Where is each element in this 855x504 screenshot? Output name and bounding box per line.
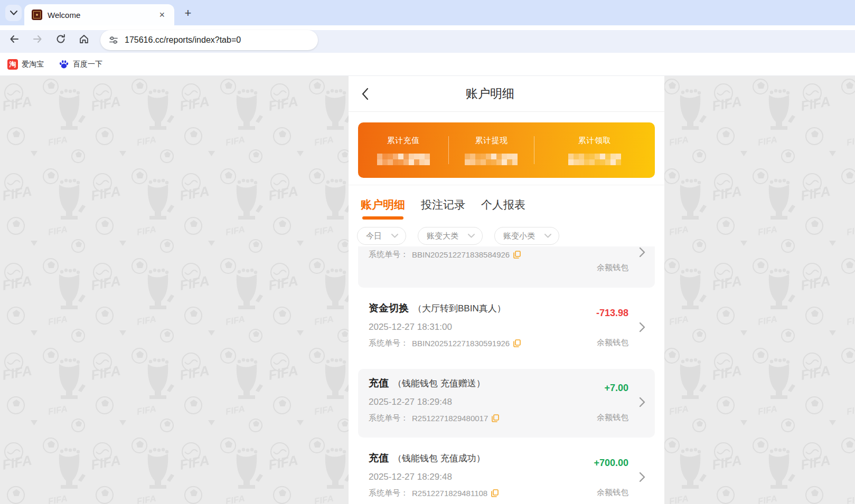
system-order-label: 系统单号： — [369, 338, 408, 348]
report-tabs: 账户明细 投注记录 个人报表 — [361, 193, 525, 216]
url-bar[interactable]: 175616.cc/reports/index?tab=0 — [100, 30, 318, 50]
row-detail-button[interactable] — [639, 322, 645, 335]
stat-total-withdraw: 累计提现 — [449, 122, 533, 178]
taobao-icon: 淘 — [7, 59, 18, 70]
chevron-down-icon — [10, 11, 17, 15]
transaction-amount: +7.00 — [604, 383, 628, 394]
totals-card: 累计充值 累计提现 累计领取 — [358, 122, 655, 178]
transaction-list: 2025-12-27 18:39:00 系统单号：BBIN20251227183… — [349, 246, 664, 504]
reload-icon — [55, 34, 66, 44]
screen: Welcome × + — [0, 0, 855, 504]
app-panel: 账户明细 累计充值 累计提现 累计领取 — [349, 76, 664, 504]
copy-icon — [492, 414, 499, 422]
forward-button[interactable] — [30, 31, 45, 47]
stat-total-deposit: 累计充值 — [358, 122, 448, 178]
browser-tab-strip: Welcome × + — [0, 0, 855, 25]
row-detail-button[interactable] — [639, 472, 645, 484]
row-detail-button[interactable] — [639, 247, 645, 260]
wallet-label: 余额钱包 — [597, 413, 628, 423]
system-order-number: R2512271829481108 — [412, 489, 487, 498]
transaction-amount: +700.00 — [594, 458, 628, 469]
tab-bet-records[interactable]: 投注记录 — [421, 193, 465, 216]
browser-toolbar: 175616.cc/reports/index?tab=0 — [0, 25, 855, 53]
tab-close-icon[interactable]: × — [157, 9, 167, 21]
copy-button[interactable] — [492, 414, 499, 422]
wallet-label: 余额钱包 — [597, 338, 628, 348]
system-order-label: 系统单号： — [369, 250, 408, 260]
system-order-label: 系统单号： — [369, 488, 408, 498]
arrow-right-icon — [32, 34, 43, 44]
filter-date-dropdown[interactable]: 今日 — [357, 227, 406, 245]
home-icon — [79, 34, 89, 44]
new-tab-button[interactable]: + — [181, 6, 195, 21]
site-favicon-icon — [32, 9, 42, 20]
filter-major-type-dropdown[interactable]: 账变大类 — [418, 227, 483, 245]
system-order-number: BBIN202512271838584926 — [412, 250, 510, 259]
wallet-label: 余额钱包 — [597, 263, 628, 273]
transaction-type: 充值 — [369, 376, 389, 390]
home-button[interactable] — [76, 31, 92, 47]
filter-minor-type-dropdown[interactable]: 账变小类 — [494, 227, 559, 245]
system-order-label: 系统单号： — [369, 413, 408, 423]
transaction-note: （大厅转到BBIN真人） — [413, 302, 506, 315]
transaction-type: 充值 — [369, 451, 389, 465]
wallet-label: 余额钱包 — [597, 488, 628, 498]
site-settings-icon — [109, 35, 118, 45]
chevron-down-icon — [391, 234, 398, 238]
copy-button[interactable] — [513, 339, 521, 347]
chevron-right-icon — [639, 247, 645, 258]
page-body: FIFA FIFA 账户明细 累计充值 — [0, 76, 855, 504]
copy-button[interactable] — [491, 489, 499, 497]
bookmark-baidu[interactable]: 百度一下 — [59, 59, 102, 70]
reload-button[interactable] — [53, 31, 69, 47]
stat-total-claimed: 累计领取 — [534, 122, 655, 178]
baidu-paw-icon — [59, 59, 69, 70]
back-chevron-button[interactable] — [361, 88, 374, 100]
copy-icon — [491, 489, 499, 497]
transaction-row[interactable]: 2025-12-27 18:39:00 系统单号：BBIN20251227183… — [358, 246, 655, 288]
transaction-row[interactable]: 资金切换 （大厅转到BBIN真人） 2025-12-27 18:31:00 系统… — [358, 294, 655, 363]
bookmarks-bar: 淘 爱淘宝 百度一下 — [0, 53, 855, 76]
transaction-type: 资金切换 — [369, 301, 409, 315]
copy-icon — [513, 339, 521, 347]
transaction-row[interactable]: 充值 （钱能钱包 充值赠送） 2025-12-27 18:29:48 系统单号：… — [358, 369, 655, 438]
transaction-note: （钱能钱包 充值成功） — [393, 452, 485, 464]
chevron-down-icon — [468, 234, 475, 238]
censored-value — [568, 154, 621, 165]
censored-value — [377, 154, 430, 165]
chevron-left-icon — [361, 88, 369, 100]
tab-personal-report[interactable]: 个人报表 — [481, 193, 525, 216]
arrow-left-icon — [9, 34, 20, 44]
system-order-number: R2512271829480017 — [412, 414, 488, 423]
page-title: 账户明细 — [466, 85, 514, 102]
tab-title: Welcome — [48, 11, 157, 20]
tab-search-button[interactable] — [5, 5, 22, 21]
transaction-row[interactable]: 充值 （钱能钱包 充值成功） 2025-12-27 18:29:48 系统单号：… — [358, 444, 655, 504]
browser-tab[interactable]: Welcome × — [24, 4, 174, 25]
system-order-number: BBIN202512271830591926 — [412, 339, 510, 348]
copy-icon — [513, 251, 521, 259]
divider — [349, 185, 664, 185]
tab-account-detail[interactable]: 账户明细 — [361, 193, 405, 216]
row-detail-button[interactable] — [639, 397, 645, 410]
bookmark-taobao[interactable]: 淘 爱淘宝 — [7, 59, 44, 70]
transaction-amount: -713.98 — [596, 308, 628, 319]
copy-button[interactable] — [513, 251, 521, 259]
chevron-down-icon — [544, 234, 551, 238]
chevron-right-icon — [639, 397, 645, 407]
filter-bar: 今日 账变大类 账变小类 — [357, 227, 559, 245]
chevron-right-icon — [639, 322, 645, 332]
chevron-right-icon — [639, 472, 645, 482]
transaction-note: （钱能钱包 充值赠送） — [393, 377, 485, 389]
back-button[interactable] — [6, 31, 22, 47]
app-header: 账户明细 — [349, 76, 664, 112]
url-text: 175616.cc/reports/index?tab=0 — [125, 35, 241, 45]
censored-value — [465, 154, 518, 165]
